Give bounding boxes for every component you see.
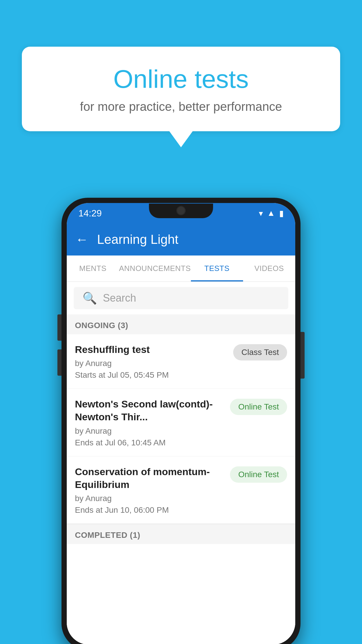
test-name: Conservation of momentum-Equilibrium [75, 465, 224, 491]
speech-bubble-wrapper: Online tests for more practice, better p… [22, 47, 340, 147]
test-badge-class: Class Test [233, 344, 287, 360]
phone-notch [149, 204, 213, 218]
battery-icon: ▮ [279, 209, 284, 218]
phone-frame: 14:29 ▾ ▲ ▮ ← Learning Light MENTS ANNOU… [61, 198, 301, 644]
test-badge-online: Online Test [230, 399, 287, 415]
completed-section-header: COMPLETED (1) [67, 524, 295, 544]
test-time: Ends at Jul 06, 10:45 AM [75, 438, 224, 447]
volume-up-button[interactable] [57, 314, 61, 341]
status-icons: ▾ ▲ ▮ [259, 209, 284, 218]
search-icon: 🔍 [82, 291, 97, 305]
app-bar: ← Learning Light [67, 223, 295, 256]
phone-screen: 14:29 ▾ ▲ ▮ ← Learning Light MENTS ANNOU… [67, 203, 295, 644]
tab-tests[interactable]: TESTS [191, 256, 243, 281]
tabs-bar: MENTS ANNOUNCEMENTS TESTS VIDEOS [67, 256, 295, 282]
search-box[interactable]: 🔍 Search [74, 287, 288, 309]
search-placeholder: Search [103, 292, 136, 304]
speech-bubble-arrow [169, 131, 193, 147]
back-button[interactable]: ← [75, 233, 88, 246]
test-item[interactable]: Conservation of momentum-Equilibrium by … [67, 456, 295, 524]
tab-ments[interactable]: MENTS [67, 256, 119, 281]
front-camera [176, 206, 186, 215]
volume-down-button[interactable] [57, 349, 61, 376]
search-container: 🔍 Search [67, 282, 295, 314]
status-time: 14:29 [78, 208, 102, 219]
content-area: 🔍 Search ONGOING (3) Reshuffling test by… [67, 282, 295, 644]
test-author: by Anurag [75, 426, 224, 436]
tab-videos[interactable]: VIDEOS [243, 256, 295, 281]
app-title: Learning Light [97, 232, 178, 247]
speech-bubble-subtitle: for more practice, better performance [45, 100, 317, 114]
test-author: by Anurag [75, 359, 227, 368]
tab-announcements[interactable]: ANNOUNCEMENTS [119, 256, 191, 281]
test-item[interactable]: Newton's Second law(contd)-Newton's Thir… [67, 389, 295, 456]
test-time: Starts at Jul 05, 05:45 PM [75, 370, 227, 380]
test-author: by Anurag [75, 494, 224, 503]
test-info: Newton's Second law(contd)-Newton's Thir… [75, 398, 230, 447]
test-list: Reshuffling test by Anurag Starts at Jul… [67, 334, 295, 644]
test-time: Ends at Jun 10, 06:00 PM [75, 505, 224, 515]
test-item[interactable]: Reshuffling test by Anurag Starts at Jul… [67, 334, 295, 389]
test-info: Reshuffling test by Anurag Starts at Jul… [75, 343, 233, 380]
speech-bubble-title: Online tests [45, 64, 317, 94]
test-name: Newton's Second law(contd)-Newton's Thir… [75, 398, 224, 423]
power-button[interactable] [301, 332, 305, 379]
test-name: Reshuffling test [75, 343, 227, 356]
ongoing-section-header: ONGOING (3) [67, 314, 295, 334]
signal-icon: ▲ [267, 209, 275, 218]
wifi-icon: ▾ [259, 209, 263, 218]
test-info: Conservation of momentum-Equilibrium by … [75, 465, 230, 515]
speech-bubble: Online tests for more practice, better p… [22, 47, 340, 131]
test-badge-online: Online Test [230, 466, 287, 483]
